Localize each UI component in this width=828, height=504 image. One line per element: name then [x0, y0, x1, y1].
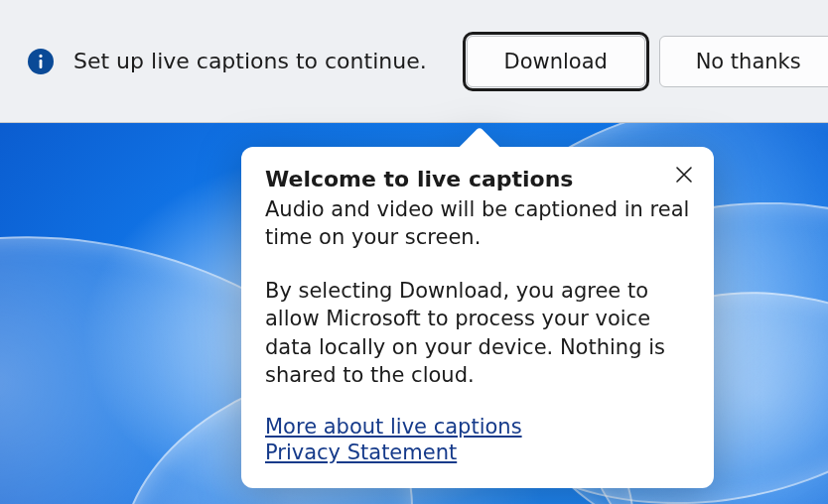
- close-icon: [675, 166, 693, 184]
- svg-rect-1: [40, 60, 43, 68]
- setup-prompt-text: Set up live captions to continue.: [73, 49, 427, 73]
- caption-setup-bar: Set up live captions to continue. Downlo…: [0, 0, 828, 123]
- more-about-live-captions-link[interactable]: More about live captions: [265, 415, 522, 439]
- download-button-label: Download: [503, 50, 607, 73]
- welcome-popover: Welcome to live captions Audio and video…: [241, 147, 714, 488]
- popover-links: More about live captions Privacy Stateme…: [265, 415, 690, 464]
- info-icon: [28, 49, 54, 74]
- popover-body-2: By selecting Download, you agree to allo…: [265, 277, 690, 389]
- popover-body-1: Audio and video will be captioned in rea…: [265, 195, 690, 251]
- close-button[interactable]: [664, 155, 704, 194]
- privacy-statement-link[interactable]: Privacy Statement: [265, 441, 457, 464]
- no-thanks-button-label: No thanks: [696, 50, 801, 73]
- download-button[interactable]: Download: [467, 36, 645, 87]
- svg-point-0: [39, 54, 42, 57]
- popover-title: Welcome to live captions: [265, 167, 690, 191]
- no-thanks-button[interactable]: No thanks: [659, 36, 828, 87]
- topbar-buttons: Download No thanks: [467, 36, 828, 87]
